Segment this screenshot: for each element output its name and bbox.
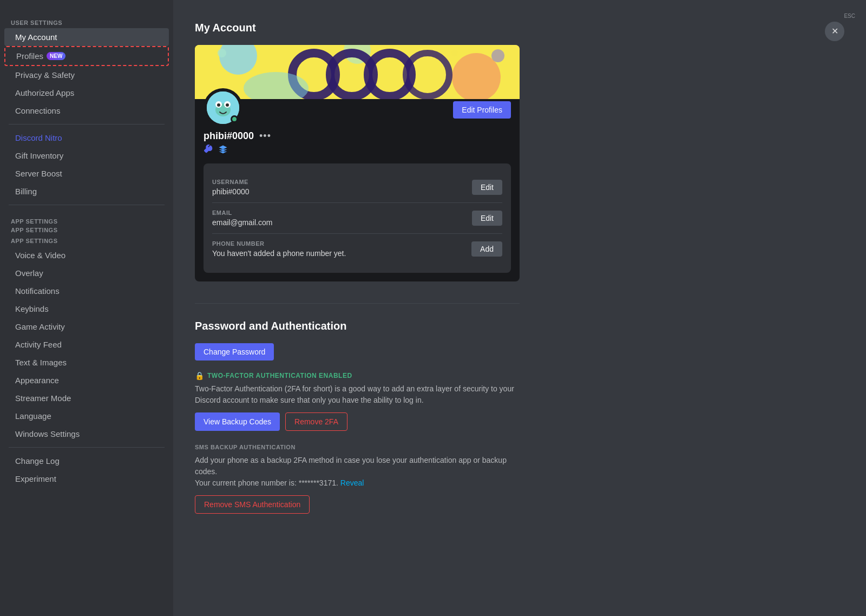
svg-point-10	[491, 49, 504, 62]
two-fa-title: TWO-FACTOR AUTHENTICATION ENABLED	[207, 372, 352, 379]
avatar	[204, 88, 242, 127]
hypesquad-badge-icon	[218, 144, 228, 155]
sidebar-item-label: Experiment	[15, 474, 56, 483]
profile-card: phibi#0000 •••	[195, 45, 520, 281]
view-backup-codes-button[interactable]: View Backup Codes	[195, 412, 280, 431]
phone-field: PHONE NUMBER You haven't added a phone n…	[212, 234, 502, 264]
username-display: phibi#0000	[204, 130, 254, 142]
close-area: ✕ ESC	[844, 11, 855, 19]
esc-label: ESC	[844, 13, 855, 19]
sidebar-item-notifications[interactable]: Notifications	[4, 282, 169, 300]
sidebar-item-label: Keybinds	[15, 304, 49, 313]
sidebar-item-authorized-apps[interactable]: Authorized Apps	[4, 84, 169, 102]
edit-profiles-button[interactable]: Edit Profiles	[453, 101, 511, 119]
sidebar-item-gift-inventory[interactable]: Gift Inventory	[4, 147, 169, 165]
sidebar-item-change-log[interactable]: Change Log	[4, 452, 169, 470]
password-section-title: Password and Authentication	[195, 320, 520, 332]
change-password-button[interactable]: Change Password	[195, 343, 274, 361]
sidebar-item-privacy-safety[interactable]: Privacy & Safety	[4, 66, 169, 84]
sidebar-item-profiles[interactable]: Profiles NEW	[5, 47, 168, 65]
sidebar-item-discord-nitro[interactable]: Discord Nitro	[4, 129, 169, 147]
sidebar-item-appearance[interactable]: Appearance	[4, 371, 169, 389]
sidebar-item-voice-video[interactable]: Voice & Video	[4, 246, 169, 264]
sidebar: USER SETTINGS My Account Profiles NEW Pr…	[0, 0, 173, 616]
info-fields: USERNAME phibi#0000 Edit EMAIL email@gma…	[204, 163, 511, 273]
sidebar-item-label: Authorized Apps	[15, 88, 74, 97]
sms-phone-masked: Your current phone number is: *******317…	[195, 479, 338, 487]
email-edit-button[interactable]: Edit	[472, 211, 502, 226]
username-field-value: phibi#0000	[212, 187, 250, 196]
sidebar-item-streamer-mode[interactable]: Streamer Mode	[4, 389, 169, 407]
sidebar-item-overlay[interactable]: Overlay	[4, 264, 169, 282]
phone-field-content: PHONE NUMBER You haven't added a phone n…	[212, 240, 346, 258]
profile-badges	[204, 144, 272, 155]
sidebar-item-billing[interactable]: Billing	[4, 182, 169, 200]
app-settings-label: APP SETTINGS	[0, 235, 173, 246]
sidebar-item-activity-feed[interactable]: Activity Feed	[4, 336, 169, 353]
svg-point-16	[217, 103, 220, 107]
sidebar-item-label: Overlay	[15, 268, 43, 278]
svg-point-9	[218, 49, 226, 57]
close-button[interactable]: ✕	[825, 22, 844, 41]
sidebar-item-label: Activity Feed	[15, 340, 62, 349]
new-badge: NEW	[47, 52, 65, 60]
sidebar-item-label: Voice & Video	[15, 251, 65, 260]
close-icon: ✕	[831, 27, 838, 36]
sidebar-item-keybinds[interactable]: Keybinds	[4, 300, 169, 318]
sidebar-item-connections[interactable]: Connections	[4, 102, 169, 120]
sms-description: Add your phone as a backup 2FA method in…	[195, 455, 520, 489]
sidebar-item-label: Text & Images	[15, 358, 67, 367]
lock-icon: 🔒	[195, 371, 204, 380]
sidebar-item-server-boost[interactable]: Server Boost	[4, 165, 169, 182]
sidebar-item-label: Gift Inventory	[15, 151, 63, 160]
sms-reveal-link[interactable]: Reveal	[340, 479, 364, 487]
sidebar-divider-1	[9, 124, 165, 124]
username-row: phibi#0000 •••	[204, 130, 272, 142]
status-online-dot	[231, 115, 238, 123]
phone-add-button[interactable]: Add	[471, 241, 502, 257]
svg-point-11	[451, 50, 458, 56]
sidebar-profiles-wrapper: Profiles NEW	[4, 46, 169, 66]
tools-badge-icon	[204, 144, 214, 155]
two-fa-label-row: 🔒 TWO-FACTOR AUTHENTICATION ENABLED	[195, 371, 520, 380]
sidebar-item-label: Notifications	[15, 286, 60, 296]
banner-art	[195, 45, 520, 99]
sidebar-item-label: Privacy & Safety	[15, 70, 75, 80]
username-field-content: USERNAME phibi#0000	[212, 179, 250, 196]
sidebar-item-experiment[interactable]: Experiment	[4, 470, 169, 488]
sidebar-item-my-account[interactable]: My Account	[4, 28, 169, 46]
sidebar-item-label: My Account	[15, 32, 57, 42]
sidebar-item-label: Appearance	[15, 376, 59, 385]
two-fa-description: Two-Factor Authentication (2FA for short…	[195, 383, 520, 406]
sidebar-item-label: Profiles	[16, 51, 43, 61]
sidebar-divider-2	[9, 205, 165, 205]
password-section: Password and Authentication Change Passw…	[195, 320, 520, 514]
remove-sms-button[interactable]: Remove SMS Authentication	[195, 495, 310, 514]
sidebar-item-label: Connections	[15, 106, 60, 115]
sms-label: SMS BACKUP AUTHENTICATION	[195, 444, 520, 450]
page-title: My Account	[195, 22, 844, 34]
sidebar-item-label: Change Log	[15, 456, 60, 466]
two-fa-section: 🔒 TWO-FACTOR AUTHENTICATION ENABLED Two-…	[195, 371, 520, 431]
sidebar-item-game-activity[interactable]: Game Activity	[4, 318, 169, 336]
phone-field-value: You haven't added a phone number yet.	[212, 249, 346, 258]
svg-point-17	[226, 103, 229, 107]
sms-desc-text: Add your phone as a backup 2FA method in…	[195, 456, 507, 476]
username-options-button[interactable]: •••	[258, 130, 272, 142]
sidebar-item-label: Game Activity	[15, 322, 65, 331]
sidebar-item-windows-settings[interactable]: Windows Settings	[4, 425, 169, 443]
remove-2fa-button[interactable]: Remove 2FA	[285, 412, 347, 431]
sidebar-item-label: Windows Settings	[15, 429, 80, 438]
sidebar-user-settings-label: USER SETTINGS	[0, 11, 173, 28]
sidebar-app-settings-label: APP SETTINGS	[0, 209, 173, 227]
sidebar-item-language[interactable]: Language	[4, 407, 169, 425]
section-divider-1	[195, 303, 520, 304]
phone-field-label: PHONE NUMBER	[212, 240, 346, 247]
sidebar-item-label: Language	[15, 411, 51, 421]
two-fa-buttons: View Backup Codes Remove 2FA	[195, 412, 520, 431]
sidebar-item-label: Billing	[15, 187, 37, 196]
username-edit-button[interactable]: Edit	[472, 180, 502, 195]
email-field-label: EMAIL	[212, 209, 272, 216]
profile-info: phibi#0000 •••	[195, 88, 520, 163]
sidebar-item-text-images[interactable]: Text & Images	[4, 353, 169, 371]
